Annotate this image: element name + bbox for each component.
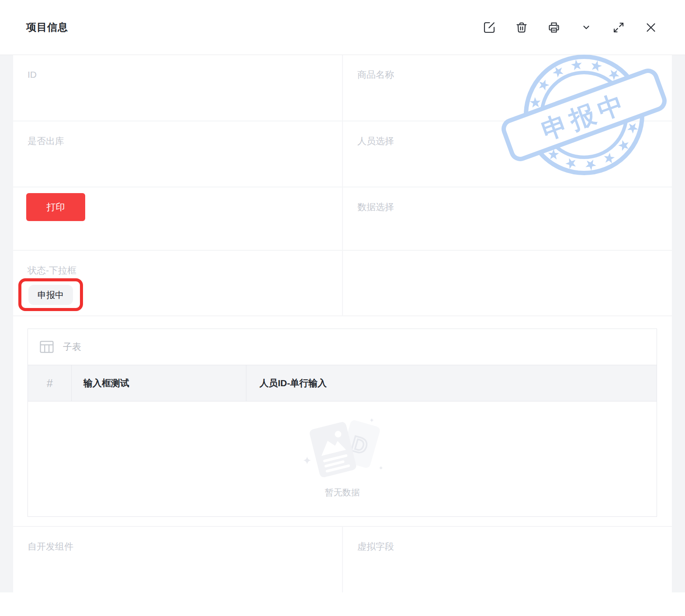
field-data-select: 数据选择 — [343, 187, 672, 250]
dialog-header: 项目信息 — [0, 0, 685, 55]
empty-state-illustration: D — [301, 416, 384, 480]
subtable-title: 子表 — [63, 341, 81, 353]
trash-icon — [515, 21, 528, 34]
field-status-dropdown-label: 状态-下拉框 — [28, 265, 328, 276]
field-virtual-field-label: 虚拟字段 — [357, 541, 657, 552]
field-id-label: ID — [28, 69, 328, 80]
more-actions-button[interactable] — [580, 21, 593, 34]
field-person-select: 人员选择 — [343, 121, 672, 187]
field-print: 打印 — [13, 187, 342, 250]
field-outbound-label: 是否出库 — [28, 135, 328, 147]
chevron-down-icon — [580, 21, 593, 34]
subtable-section: 子表 # 输入框测试 人员ID-单行输入 D — [13, 316, 672, 526]
field-grid: ID 商品名称 是否出库 人员选择 打印 数据选择 状态-下拉框 申报中 — [13, 55, 672, 592]
close-button[interactable] — [644, 21, 657, 34]
subtable-col-index: # — [28, 365, 72, 401]
field-person-select-label: 人员选择 — [357, 135, 657, 147]
subtable-col-person-id: 人员ID-单行输入 — [246, 365, 657, 401]
table-icon — [40, 341, 54, 353]
printer-icon — [547, 21, 560, 34]
field-product-name-label: 商品名称 — [357, 69, 657, 80]
record-detail-dialog: 项目信息 — [0, 0, 685, 616]
status-value-tag[interactable]: 申报中 — [28, 285, 73, 305]
field-id: ID — [13, 55, 342, 121]
delete-button[interactable] — [515, 21, 528, 34]
fullscreen-button[interactable] — [612, 21, 625, 34]
print-action-button[interactable] — [547, 21, 560, 34]
field-custom-component-label: 自开发组件 — [28, 541, 328, 552]
field-data-select-label: 数据选择 — [357, 201, 657, 213]
dialog-body: ID 商品名称 是否出库 人员选择 打印 数据选择 状态-下拉框 申报中 — [0, 55, 685, 592]
field-status-dropdown: 状态-下拉框 申报中 — [13, 251, 342, 315]
fullscreen-icon — [612, 21, 625, 34]
field-empty — [343, 251, 672, 315]
subtable-header-row: # 输入框测试 人员ID-单行输入 — [28, 365, 657, 401]
toolbar — [483, 21, 657, 34]
edit-button[interactable] — [483, 21, 496, 34]
empty-state-text: 暂无数据 — [325, 487, 360, 498]
close-icon — [644, 21, 657, 34]
subtable-empty-state: D — [28, 401, 657, 516]
status-highlight-annotation: 申报中 — [18, 278, 83, 311]
subtable-col-input-test: 输入框测试 — [72, 365, 246, 401]
field-virtual-field: 虚拟字段 — [343, 527, 672, 592]
subtable: 子表 # 输入框测试 人员ID-单行输入 D — [28, 329, 657, 517]
field-outbound: 是否出库 — [13, 121, 342, 187]
page-title: 项目信息 — [26, 21, 68, 34]
field-custom-component: 自开发组件 — [13, 527, 342, 592]
edit-icon — [483, 21, 496, 34]
field-product-name: 商品名称 — [343, 55, 672, 121]
print-button[interactable]: 打印 — [26, 193, 85, 221]
subtable-title-row: 子表 — [28, 329, 657, 365]
